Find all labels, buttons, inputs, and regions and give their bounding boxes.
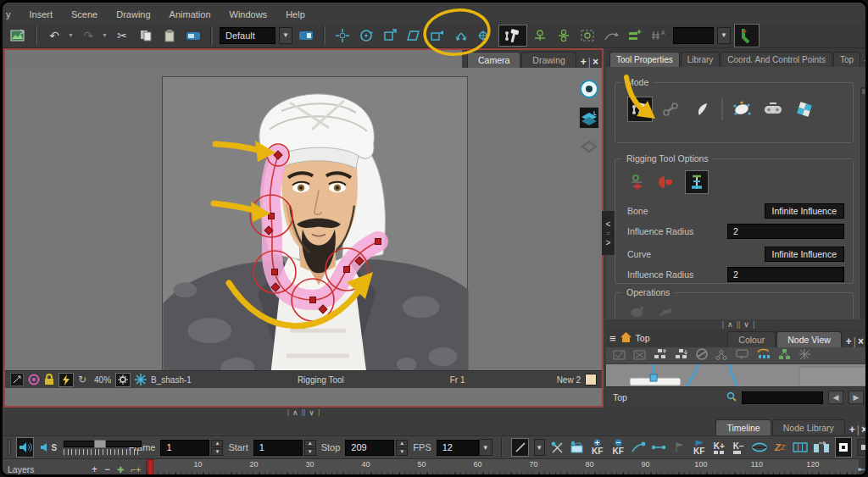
frame-spinner[interactable]: 1 ▲▼: [160, 440, 223, 456]
line-style-caret-icon[interactable]: ▼: [534, 439, 545, 456]
ease-in-out-button[interactable]: ZZ: [773, 438, 787, 457]
fast-render-icon[interactable]: [58, 373, 74, 387]
sound-display-button[interactable]: [835, 437, 852, 458]
backdrop-icon[interactable]: [798, 348, 811, 363]
menu-insert[interactable]: Insert: [20, 8, 63, 21]
influence-option-button[interactable]: [685, 170, 709, 194]
menu-animation[interactable]: Animation: [160, 8, 220, 21]
camera-mask-icon[interactable]: C: [579, 136, 599, 158]
node-view-breadcrumb[interactable]: Top: [636, 333, 650, 343]
close-view-button[interactable]: ×: [593, 56, 598, 68]
envelope-mode-button[interactable]: [792, 97, 817, 122]
start-input[interactable]: 1: [253, 440, 303, 456]
start-down-icon[interactable]: ▼: [304, 448, 316, 456]
scale-tool-icon[interactable]: [380, 25, 400, 46]
onion-skin-icon[interactable]: [28, 374, 40, 385]
maintain-size-tool-icon[interactable]: [427, 25, 448, 46]
loop-button[interactable]: [751, 438, 768, 457]
collapse-right-icon[interactable]: >: [606, 238, 611, 247]
safe-area-eye-icon[interactable]: [579, 78, 599, 100]
close-view-button[interactable]: ×: [858, 336, 864, 347]
horizontal-splitter[interactable]: |∧||∨|: [606, 319, 868, 329]
menu-hamburger-icon[interactable]: ≡: [609, 332, 616, 345]
tab-node-library[interactable]: Node Library: [772, 419, 845, 435]
node-search-icon[interactable]: [726, 391, 737, 403]
add-drawing-exposure-button[interactable]: [570, 438, 585, 457]
lock-icon[interactable]: [44, 374, 54, 385]
selection-preset-icon[interactable]: [578, 25, 598, 46]
animate-mode-icon[interactable]: [475, 25, 495, 46]
tool-preset-caret-icon[interactable]: ▼: [279, 27, 292, 44]
tool-properties-scrollbar[interactable]: [860, 87, 868, 335]
fps-dropdown[interactable]: 12 ▼: [437, 439, 492, 456]
current-drawing-layer-icon[interactable]: L: [579, 107, 599, 129]
rotate-tool-icon[interactable]: [356, 25, 376, 46]
node-graph-area[interactable]: [606, 364, 868, 386]
enable-node-icon[interactable]: [613, 348, 626, 363]
tab-tool-properties[interactable]: Tool Properties: [609, 52, 680, 67]
disable-node-icon[interactable]: [633, 348, 646, 363]
tab-top[interactable]: Top: [833, 52, 860, 67]
colour-view-icon[interactable]: [183, 25, 203, 46]
menu-drawing[interactable]: Drawing: [107, 8, 159, 21]
add-peg-button[interactable]: ⌐+: [131, 465, 141, 474]
k-plus-button[interactable]: K+: [712, 438, 726, 457]
volume-slider[interactable]: [64, 440, 124, 455]
add-view-button[interactable]: +: [865, 55, 868, 67]
menu-play-partial[interactable]: y: [3, 8, 20, 21]
paste-cycle-button[interactable]: [813, 438, 830, 457]
toolbar-grip[interactable]: [8, 439, 11, 456]
nav-next-button[interactable]: ▶: [849, 391, 864, 404]
nav-prev-button[interactable]: ◀: [828, 391, 843, 404]
settings-gear-icon[interactable]: [115, 373, 131, 387]
group-selection-icon[interactable]: [756, 348, 771, 363]
frame-down-icon[interactable]: ▼: [211, 448, 223, 456]
tab-timeline[interactable]: Timeline: [715, 419, 771, 435]
render-view-icon[interactable]: [8, 25, 28, 46]
stop-input[interactable]: 209: [345, 440, 394, 456]
menu-windows[interactable]: Windows: [220, 8, 277, 21]
hide-all-controls-icon[interactable]: [554, 25, 575, 46]
close-view-button[interactable]: ×: [861, 424, 867, 435]
tab-drawing[interactable]: Drawing: [521, 52, 576, 68]
sound-scrubbing-button[interactable]: S: [39, 438, 58, 457]
add-drawing-layer-button[interactable]: ✚: [117, 465, 124, 474]
bone-influence-button[interactable]: Infinite Influence: [765, 203, 844, 219]
fps-input[interactable]: 12: [437, 440, 479, 456]
mesh-deform-button[interactable]: [729, 97, 754, 122]
colour-swap-icon[interactable]: [734, 24, 760, 47]
k-minus-button[interactable]: K−: [732, 438, 746, 457]
layer-snowflake-icon[interactable]: [135, 374, 147, 385]
cut-button[interactable]: ✂: [112, 25, 132, 46]
stop-spinner[interactable]: 209 ▲▼: [345, 440, 408, 456]
empty-dropdown-caret-icon[interactable]: ▼: [717, 27, 731, 44]
add-keyframe-exposure-icon[interactable]: [626, 25, 646, 46]
tree-view-icon[interactable]: [715, 348, 728, 363]
translate-tool-icon[interactable]: [332, 25, 353, 46]
timeline-ruler[interactable]: 102030405060708090100110120 ⇤⇥: [147, 459, 868, 477]
start-spinner[interactable]: 1 ▲▼: [253, 440, 316, 456]
move-down-node-icon[interactable]: [675, 348, 688, 363]
show-control-icon[interactable]: [531, 25, 551, 46]
home-icon[interactable]: [620, 332, 632, 344]
line-style-button[interactable]: [511, 438, 528, 457]
refresh-icon[interactable]: ↻: [78, 374, 86, 385]
frame-input[interactable]: 1: [160, 440, 209, 456]
chain-option-icon[interactable]: [627, 172, 648, 192]
undo-button[interactable]: ↶: [44, 25, 64, 46]
curve-influence-button[interactable]: Infinite Influence: [765, 247, 844, 262]
current-colour-swatch[interactable]: [585, 374, 597, 385]
add-view-button[interactable]: +: [581, 56, 587, 68]
add-keyframe-button[interactable]: KF: [590, 438, 605, 457]
radius-option-icon[interactable]: [656, 172, 676, 192]
stop-down-icon[interactable]: ▼: [396, 448, 408, 456]
playhead[interactable]: [147, 459, 153, 477]
add-layer-button[interactable]: +: [92, 463, 97, 475]
frame-up-icon[interactable]: ▲: [211, 440, 223, 447]
collapse-left-icon[interactable]: <: [606, 219, 611, 229]
comment-node-icon[interactable]: [736, 348, 748, 363]
tab-coord-control-points[interactable]: Coord. And Control Points: [721, 52, 832, 67]
add-view-button[interactable]: +: [849, 424, 855, 435]
drawing-substitution-icon[interactable]: [296, 25, 316, 46]
tool-toggle-icon[interactable]: [10, 373, 24, 386]
